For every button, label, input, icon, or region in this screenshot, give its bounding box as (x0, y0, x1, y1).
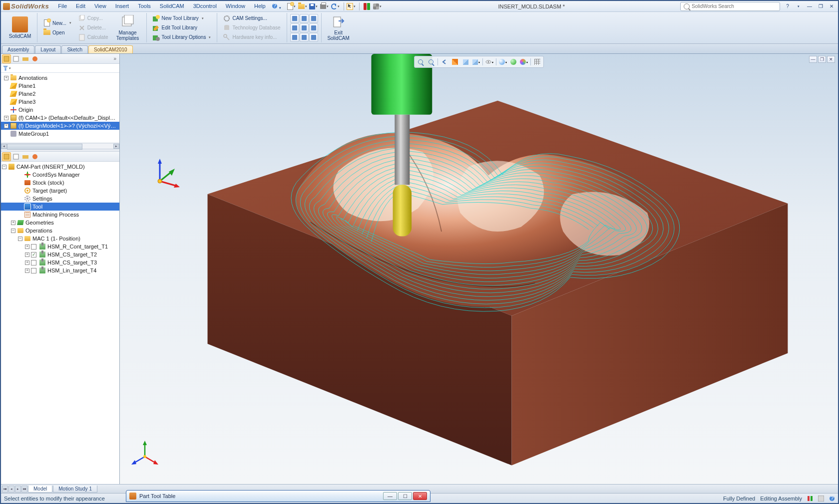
tree-checkbox[interactable] (31, 268, 36, 273)
ribbon-exit[interactable]: Exit SolidCAM (325, 13, 353, 42)
ribbon-delete[interactable]: Delete... (75, 23, 111, 32)
ribbon-open[interactable]: Open (40, 28, 74, 37)
tree-item[interactable]: MateGroup1 (1, 130, 119, 138)
ribbon-tech-db[interactable]: Technology Database (220, 23, 283, 32)
tree-toggle[interactable]: + (25, 252, 29, 257)
qat-rebuild[interactable] (362, 2, 372, 11)
tab-assembly[interactable]: Assembly (2, 45, 34, 53)
cam-tree-tab-1[interactable] (2, 152, 11, 161)
grid-btn-1[interactable] (290, 14, 299, 23)
bottom-tab-model[interactable]: Model (28, 486, 52, 493)
tree-item[interactable]: +(f) CAM<1> (Default<<Default>_Display S (1, 114, 119, 122)
tree-toggle[interactable]: + (25, 268, 29, 273)
vt-grid[interactable] (532, 57, 542, 66)
ribbon-new-lib[interactable]: New Tool Library▾ (150, 14, 214, 23)
menu-view[interactable]: View (90, 2, 110, 11)
tree-filter-bar[interactable]: ▾ (1, 64, 119, 73)
status-rebuild-icon[interactable] (807, 496, 813, 502)
ribbon-solidcam-btn[interactable]: SolidCAM (6, 13, 34, 42)
scroll-left[interactable]: ◂ (1, 144, 7, 149)
tree-tab-feature[interactable] (2, 54, 11, 63)
tree-toggle[interactable]: + (11, 221, 15, 225)
tab-nav-first[interactable]: ⏮ (2, 486, 8, 493)
grid-btn-8[interactable] (300, 33, 309, 42)
vt-section[interactable] (450, 57, 460, 66)
ribbon-manage-templates[interactable]: Manage Templates (112, 13, 143, 42)
scroll-thumb[interactable] (7, 144, 113, 149)
ribbon-edit-lib[interactable]: Edit Tool Library (150, 23, 214, 32)
tab-solidcam[interactable]: SolidCAM2010 (88, 45, 133, 53)
tab-nav-last[interactable]: ⏭ (21, 486, 27, 493)
menu-help-dropdown[interactable]: ? ▾ (271, 2, 282, 11)
ribbon-new[interactable]: New...▾ (40, 18, 74, 27)
cam-root[interactable]: − CAM-Part (INSERT_MOLD) (1, 163, 119, 171)
status-help-icon[interactable]: ? (829, 496, 835, 502)
tree-toggle[interactable]: + (25, 260, 29, 265)
tree-toggle[interactable]: + (4, 76, 8, 80)
tree-item[interactable]: Target (target) (1, 187, 119, 195)
menu-solidcam[interactable]: SolidCAM (156, 2, 188, 11)
viewport-minimize[interactable]: — (809, 56, 817, 63)
tree-item[interactable]: +HSM_Lin_target_T4 (1, 266, 119, 274)
tree-toggle[interactable]: + (4, 124, 8, 128)
tree-item[interactable]: +Geometries (1, 219, 119, 227)
search-box[interactable] (680, 2, 780, 11)
tree-tab-dim[interactable] (30, 54, 39, 63)
grid-btn-7[interactable] (290, 33, 299, 42)
menu-window[interactable]: Window (222, 2, 249, 11)
tree-item[interactable]: CoordSys Manager (1, 171, 119, 179)
status-custom-icon[interactable] (818, 496, 824, 502)
tree-checkbox[interactable] (31, 260, 36, 265)
menu-insert[interactable]: Insert (111, 2, 133, 11)
vt-prev-view[interactable] (439, 57, 449, 66)
cam-tree-tab-3[interactable] (21, 152, 30, 161)
tab-nav-prev[interactable]: ◂ (8, 486, 14, 493)
tool-window-minimize[interactable]: — (383, 492, 397, 500)
help-btn[interactable]: ? (783, 3, 792, 10)
grid-btn-3[interactable] (309, 14, 318, 23)
tree-item[interactable]: +✓HSM_CS_target_T2 (1, 251, 119, 258)
tree-item[interactable]: Settings (1, 195, 119, 203)
view-triad[interactable] (130, 439, 160, 469)
ribbon-hw-key[interactable]: Hardware key info... (220, 33, 283, 42)
tree-tab-config[interactable] (21, 54, 30, 63)
tab-sketch[interactable]: Sketch (61, 45, 88, 53)
qat-select[interactable]: ▾ (347, 2, 357, 11)
tree-item[interactable]: +HSM_R_Cont_target_T1 (1, 243, 119, 251)
close-btn[interactable]: ✕ (827, 3, 836, 10)
tab-nav-next[interactable]: ▸ (15, 486, 21, 493)
ribbon-lib-opts[interactable]: Tool Library Options▾ (150, 33, 214, 42)
tree-toggle[interactable]: − (18, 237, 22, 241)
menu-edit[interactable]: Edit (72, 2, 89, 11)
tree-toggle[interactable]: − (2, 165, 6, 169)
tree-item[interactable]: Plane3 (1, 98, 119, 106)
vt-hide-show[interactable]: ▾ (484, 57, 494, 66)
tab-layout[interactable]: Layout (35, 45, 61, 53)
tree-checkbox[interactable] (31, 244, 36, 250)
3d-viewport[interactable]: ▾ ▾ ▾ ▾ — ❐ ✕ (120, 54, 838, 484)
tree-toggle[interactable]: + (25, 245, 29, 249)
search-input[interactable] (692, 3, 777, 9)
part-tool-table-window[interactable]: Part Tool Table — ☐ ✕ (126, 490, 430, 502)
tree-item[interactable]: Plane2 (1, 90, 119, 98)
grid-btn-6[interactable] (309, 23, 318, 32)
viewport-close[interactable]: ✕ (827, 56, 835, 63)
tree-toggle[interactable]: − (11, 229, 15, 233)
restore-btn[interactable]: ❐ (816, 3, 825, 10)
qat-options[interactable]: ▾ (373, 2, 383, 11)
vt-appearance[interactable] (508, 57, 518, 66)
tree-checkbox[interactable]: ✓ (31, 252, 36, 257)
grid-btn-4[interactable] (290, 23, 299, 32)
qat-undo[interactable]: ▾ (331, 2, 341, 11)
viewport-restore[interactable]: ❐ (818, 56, 826, 63)
menu-3dcontrol[interactable]: 3Dcontrol (189, 2, 221, 11)
qat-save[interactable]: ▾ (309, 2, 319, 11)
tree-item[interactable]: Tool (1, 203, 119, 211)
qat-open[interactable]: ▾ (298, 2, 308, 11)
tool-window-titlebar[interactable]: Part Tool Table — ☐ ✕ (126, 490, 430, 502)
menu-tools[interactable]: Tools (134, 2, 155, 11)
minimize-btn[interactable]: — (805, 3, 814, 10)
vt-scene[interactable]: ▾ (498, 57, 508, 66)
tree-hscroll-1[interactable]: ◂ ▸ (1, 143, 119, 149)
tree-item[interactable]: Plane1 (1, 82, 119, 90)
